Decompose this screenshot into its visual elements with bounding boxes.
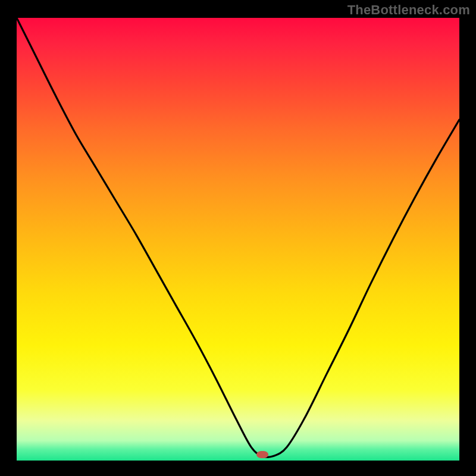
curve-path [17, 18, 459, 457]
chart-frame: TheBottleneck.com [0, 0, 476, 476]
plot-area [17, 18, 459, 461]
watermark-label: TheBottleneck.com [347, 2, 470, 18]
optimum-marker [256, 451, 268, 458]
bottleneck-curve [17, 18, 459, 461]
